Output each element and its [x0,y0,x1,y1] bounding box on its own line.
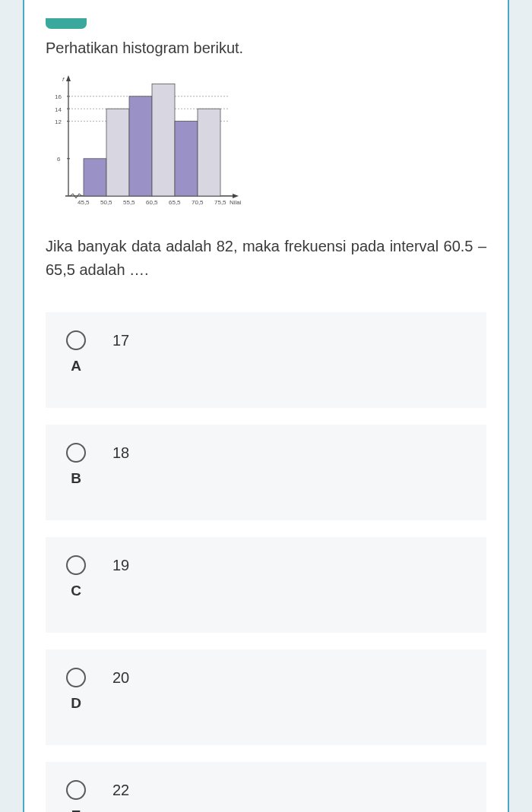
xtick-1: 50,5 [100,199,112,206]
radio-circle-icon[interactable] [66,780,86,800]
svg-marker-3 [233,194,239,198]
xtick-0: 45,5 [78,199,90,206]
option-letter: D [71,695,81,712]
bar-2 [106,109,129,196]
histogram-chart: 6 12 14 16 f [46,71,486,218]
question-card: Perhatikan histogram berikut. 6 12 14 [23,0,509,812]
question-text: Jika banyak data adalah 82, maka frekuen… [46,235,486,282]
option-letter: A [71,358,81,374]
answer-option-c[interactable]: C 19 [46,537,486,633]
bar-1 [84,159,106,196]
xtick-5: 70,5 [192,199,204,206]
option-value: 17 [112,330,129,349]
radio-circle-icon[interactable] [66,330,86,350]
xtick-3: 60,5 [146,199,158,206]
ytick-14: 14 [55,106,62,113]
bar-3 [129,96,152,196]
bar-4 [152,84,175,196]
header-pill [46,18,87,29]
bar-6 [198,109,220,196]
option-letter: C [71,583,81,599]
answer-option-e[interactable]: E 22 [46,762,486,812]
svg-marker-1 [66,75,71,81]
radio-column: C [61,555,91,599]
ylabel: f [62,76,65,83]
ytick-16: 16 [55,93,62,100]
bar-5 [175,122,198,196]
ytick-6: 6 [57,156,61,163]
radio-column: E [61,780,91,812]
option-value: 18 [112,443,129,462]
radio-column: D [61,668,91,712]
radio-circle-icon[interactable] [66,555,86,575]
xtick-4: 65,5 [169,199,181,206]
xtick-6: 75,5 [214,199,226,206]
option-letter: B [71,470,81,487]
option-letter: E [71,807,81,812]
answer-option-a[interactable]: A 17 [46,312,486,408]
option-value: 22 [112,780,129,799]
radio-column: A [61,330,91,374]
content-area: Perhatikan histogram berikut. 6 12 14 [24,0,508,812]
intro-text: Perhatikan histogram berikut. [46,39,486,57]
ytick-12: 12 [55,118,62,125]
radio-circle-icon[interactable] [66,443,86,463]
option-value: 19 [112,555,129,574]
answer-option-b[interactable]: B 18 [46,425,486,520]
xlabel: Nilai [230,199,242,206]
xtick-2: 55,5 [123,199,135,206]
option-value: 20 [112,668,129,687]
radio-column: B [61,443,91,487]
answer-option-d[interactable]: D 20 [46,649,486,745]
radio-circle-icon[interactable] [66,668,86,687]
answers-list: A 17 B 18 C 19 [46,312,486,812]
